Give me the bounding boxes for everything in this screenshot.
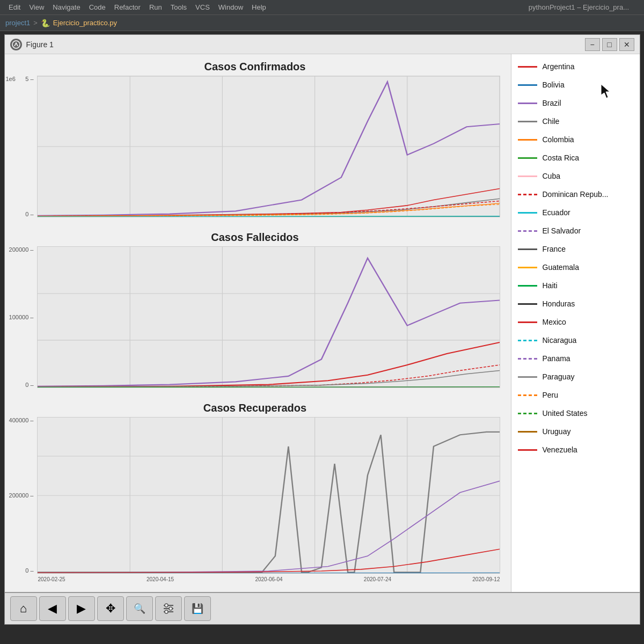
legend-label-paraguay: Paraguay — [543, 372, 575, 381]
subplot-title-deceased: Casos Fallecidos — [5, 231, 506, 244]
legend-item-haiti[interactable]: Haiti — [518, 279, 633, 292]
legend-line-panama — [518, 358, 537, 360]
legend-label-panama: Panama — [543, 354, 570, 363]
menu-window[interactable]: Window — [214, 3, 247, 11]
legend-label-uruguay: Uruguay — [543, 427, 571, 436]
y-label: 100000 – — [9, 314, 34, 320]
back-button[interactable]: ◀ — [39, 596, 66, 621]
legend-item-venezuela[interactable]: Venezuela — [518, 443, 633, 457]
legend-item-colombia[interactable]: Colombia — [518, 133, 633, 147]
legend-item-nicaragua[interactable]: Nicaragua — [518, 333, 633, 347]
menu-tools[interactable]: Tools — [166, 3, 191, 11]
y-axis-recovered: 400000 – 200000 – 0 – — [5, 417, 36, 574]
legend-item-paraguay[interactable]: Paraguay — [518, 370, 633, 384]
x-label: 2020-09-12 — [472, 576, 500, 582]
legend-label-dominican: Dominican Repub... — [543, 190, 609, 199]
chart-area: Casos Confirmados 1e6 5 – 0 – — [5, 54, 511, 592]
home-button[interactable]: ⌂ — [10, 596, 37, 621]
legend-line-paraguay — [518, 376, 537, 378]
toolbar: ⌂ ◀ ▶ ✥ 🔍 💾 — [5, 592, 640, 624]
subplot-confirmed: Casos Confirmados 1e6 5 – 0 – — [5, 60, 506, 228]
figure-controls: − □ ✕ — [585, 38, 634, 51]
legend-label-costa-rica: Costa Rica — [543, 153, 579, 162]
legend-label-cuba: Cuba — [543, 172, 560, 180]
legend-item-dominican[interactable]: Dominican Repub... — [518, 187, 633, 201]
legend-label-ecuador: Ecuador — [543, 208, 570, 217]
breadcrumb-separator: > — [33, 19, 38, 27]
y-label: 0 – — [25, 567, 33, 574]
menu-vcs[interactable]: VCS — [191, 3, 214, 11]
legend-item-brazil[interactable]: Brazil — [518, 96, 633, 110]
legend-line-mexico — [518, 321, 537, 323]
legend-item-bolivia[interactable]: Bolivia — [518, 78, 633, 92]
menu-code[interactable]: Code — [85, 3, 110, 11]
svg-point-27 — [169, 607, 172, 610]
legend-line-france — [518, 248, 537, 250]
pan-button[interactable]: ✥ — [97, 596, 124, 621]
close-button[interactable]: ✕ — [619, 38, 634, 51]
legend-label-nicaragua: Nicaragua — [543, 336, 577, 345]
menu-run[interactable]: Run — [145, 3, 166, 11]
legend-line-bolivia — [518, 84, 537, 86]
legend-item-mexico[interactable]: Mexico — [518, 315, 633, 329]
legend-item-costa-rica[interactable]: Costa Rica — [518, 151, 633, 165]
y-label: 400000 – — [9, 417, 34, 423]
forward-button[interactable]: ▶ — [68, 596, 95, 621]
legend-item-france[interactable]: France — [518, 242, 633, 256]
maximize-button[interactable]: □ — [602, 38, 617, 51]
svg-point-0 — [12, 41, 20, 48]
x-axis-labels: 2020-02-25 2020-04-15 2020-06-04 2020-07… — [38, 574, 500, 584]
legend-item-panama[interactable]: Panama — [518, 352, 633, 365]
subplot-deceased: Casos Fallecidos 200000 – 100000 – 0 – — [5, 230, 506, 399]
subplot-inner-confirmed — [37, 76, 500, 217]
configure-button[interactable] — [155, 596, 182, 621]
legend-label-mexico: Mexico — [543, 318, 566, 326]
menu-edit[interactable]: Edit — [4, 3, 25, 11]
menu-refactor[interactable]: Refactor — [110, 3, 145, 11]
legend-label-chile: Chile — [543, 117, 560, 126]
x-label: 2020-07-24 — [364, 576, 391, 582]
subplot-inner-recovered — [37, 417, 500, 574]
legend-item-argentina[interactable]: Argentina — [518, 60, 633, 74]
x-label: 2020-06-04 — [255, 576, 282, 582]
legend-label-bolivia: Bolivia — [543, 80, 565, 89]
svg-point-28 — [165, 610, 168, 613]
legend-label-brazil: Brazil — [543, 99, 561, 107]
menu-navigate[interactable]: Navigate — [48, 3, 84, 11]
x-label: 2020-02-25 — [38, 576, 65, 582]
legend-item-honduras[interactable]: Honduras — [518, 297, 633, 311]
breadcrumb-file[interactable]: Ejercicio_practico.py — [53, 19, 117, 27]
legend-label-peru: Peru — [543, 391, 559, 399]
legend-item-cuba[interactable]: Cuba — [518, 169, 633, 183]
breadcrumb: project1 > 🐍 Ejercicio_practico.py — [0, 15, 644, 31]
legend-item-uruguay[interactable]: Uruguay — [518, 425, 633, 438]
zoom-button[interactable]: 🔍 — [126, 596, 153, 621]
chart-svg-deceased — [38, 247, 500, 387]
legend-item-guatemala[interactable]: Guatemala — [518, 260, 633, 274]
legend-line-guatemala — [518, 267, 537, 268]
minimize-button[interactable]: − — [585, 38, 600, 51]
legend-item-united-states[interactable]: United States — [518, 406, 633, 420]
y-label: 0 – — [25, 382, 33, 388]
legend-item-el-salvador[interactable]: El Salvador — [518, 224, 633, 238]
legend-label-argentina: Argentina — [543, 62, 575, 71]
save-button[interactable]: 💾 — [184, 596, 211, 621]
legend-line-costa-rica — [518, 157, 537, 159]
menu-help[interactable]: Help — [247, 3, 270, 11]
legend-line-united-states — [518, 413, 537, 414]
legend-item-peru[interactable]: Peru — [518, 388, 633, 402]
legend-item-chile[interactable]: Chile — [518, 114, 633, 128]
legend-line-nicaragua — [518, 340, 537, 341]
menu-view[interactable]: View — [25, 3, 48, 11]
legend-label-colombia: Colombia — [543, 135, 574, 144]
legend-label-venezuela: Venezuela — [543, 445, 577, 454]
legend-panel: Argentina Bolivia Brazil Chile Colombia … — [511, 54, 640, 592]
legend-item-ecuador[interactable]: Ecuador — [518, 206, 633, 219]
chart-svg-recovered — [38, 418, 500, 573]
figure-content: Casos Confirmados 1e6 5 – 0 – — [5, 54, 640, 592]
legend-line-el-salvador — [518, 230, 537, 232]
legend-line-peru — [518, 394, 537, 396]
legend-line-ecuador — [518, 212, 537, 214]
subplot-inner-deceased — [37, 246, 500, 388]
breadcrumb-project[interactable]: project1 — [5, 19, 30, 27]
